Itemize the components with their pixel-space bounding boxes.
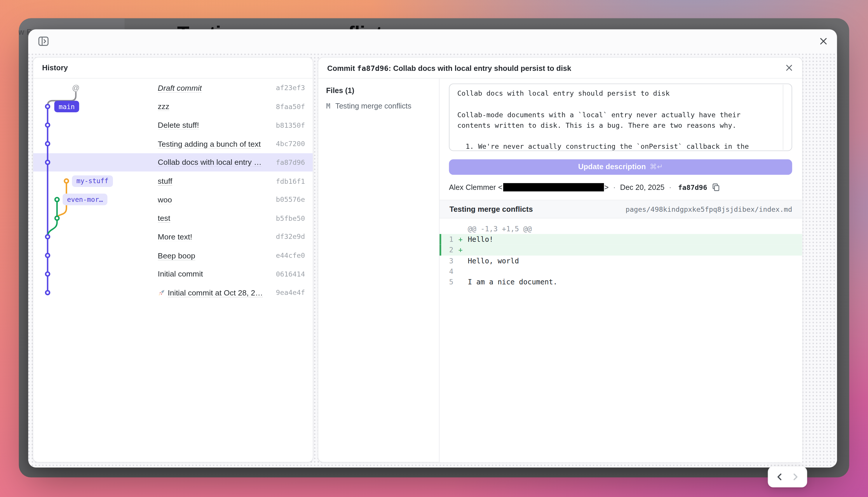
- commit-row[interactable]: Initial commit at Oct 28, 2… 9ea4e4f: [33, 283, 313, 302]
- email-bracket-open: <: [498, 183, 503, 191]
- commit-hash: af23ef3: [276, 84, 305, 92]
- commit-title[interactable]: More text!: [158, 232, 270, 241]
- author-name: Alex Clemmer: [449, 183, 496, 191]
- prev-commit-button[interactable]: [774, 472, 784, 482]
- commit-title[interactable]: test: [158, 214, 270, 223]
- textarea-scrollbar[interactable]: [783, 85, 783, 150]
- commit-title[interactable]: Testing adding a bunch of text: [158, 139, 270, 148]
- description-column: Collab docs with local entry should pers…: [439, 79, 802, 462]
- commit-hash: fa87d96: [678, 183, 707, 191]
- branch-badge-even-more[interactable]: even-mor…: [62, 194, 108, 205]
- sidebar-toggle-icon[interactable]: [38, 35, 49, 46]
- description-textarea[interactable]: Collab docs with local entry should pers…: [449, 83, 792, 151]
- diff-line-added: 2+: [439, 245, 802, 255]
- commit-title[interactable]: Collab docs with local entry …: [158, 158, 270, 167]
- commit-title[interactable]: Beep boop: [158, 251, 270, 259]
- meta-separator: ·: [613, 183, 616, 191]
- commit-title[interactable]: stuff: [158, 176, 270, 185]
- commit-detail-panel: Commit fa87d96: Collab docs with local e…: [318, 57, 803, 462]
- commit-hash: 8faa50f: [276, 102, 305, 111]
- history-panel-title: History: [33, 57, 313, 79]
- commit-hash: 0616414: [276, 270, 305, 278]
- update-description-button[interactable]: Update description ⌘↵: [449, 159, 792, 174]
- commit-hash: 4bc7200: [276, 139, 305, 147]
- description-text: Collab docs with local entry should pers…: [449, 84, 792, 151]
- rocket-emoji: [158, 289, 166, 297]
- next-commit-button[interactable]: [790, 472, 800, 482]
- meta-separator: ·: [669, 183, 672, 191]
- diff-file-title: Testing merge conflicts: [449, 205, 533, 213]
- modal-close-icon[interactable]: [818, 36, 828, 46]
- commit-hash: b05576e: [276, 195, 305, 203]
- diff-line-context: 3Hello, world: [439, 255, 802, 266]
- file-name: Testing merge conflicts: [335, 102, 411, 110]
- update-description-label: Update description: [578, 163, 646, 171]
- diff-file-path: pages/498kindgpxke5fpq8jsjdibex/index.md: [626, 205, 792, 213]
- commit-hash: b5fbe50: [276, 214, 305, 222]
- detail-close-icon[interactable]: [785, 63, 793, 72]
- commit-detail-title: Commit fa87d96: Collab docs with local e…: [327, 63, 571, 72]
- copy-icon[interactable]: [711, 183, 720, 191]
- keyboard-shortcut: ⌘↵: [650, 163, 663, 171]
- history-panel: History @: [33, 57, 313, 462]
- commit-hash: fa87d96: [276, 158, 305, 166]
- screen: Testing merge conflicts w P History: [0, 0, 868, 497]
- commit-meta-row: Alex Clemmer < > · Dec 20, 2025 · fa87d9…: [449, 182, 792, 193]
- commit-hash: 9ea4e4f: [276, 288, 305, 297]
- diff-hunk-line: @@ -1,3 +1,5 @@: [439, 224, 802, 234]
- commit-list: @: [33, 79, 313, 462]
- diff-line-context: 4: [439, 266, 802, 276]
- commit-detail-header: Commit fa87d96: Collab docs with local e…: [319, 57, 802, 79]
- background-sidebar-top: [19, 18, 124, 31]
- pagination-pill: [768, 466, 807, 487]
- commit-title[interactable]: zzz: [158, 102, 270, 111]
- history-modal: History @: [28, 29, 837, 468]
- commit-title[interactable]: Initial commit: [158, 270, 270, 278]
- branch-badge-my-stuff[interactable]: my-stuff: [72, 175, 113, 187]
- commit-row[interactable]: Draft commit af23ef3: [33, 79, 313, 97]
- modal-topbar: [28, 29, 837, 54]
- commit-title[interactable]: Delete stuff!: [158, 121, 270, 129]
- commit-hash: fdb16f1: [276, 177, 305, 185]
- commit-detail-hash: fa87d96: [357, 63, 389, 72]
- email-bracket-close: >: [604, 183, 609, 191]
- file-item[interactable]: M Testing merge conflicts: [326, 102, 431, 110]
- commit-detail-body: Files (1) M Testing merge conflicts Coll…: [319, 79, 802, 462]
- commit-title[interactable]: woo: [158, 195, 270, 204]
- commit-row[interactable]: Delete stuff! b81350f: [33, 116, 313, 134]
- commit-title[interactable]: Draft commit: [158, 83, 270, 92]
- commit-row[interactable]: Beep boop e44cfe0: [33, 246, 313, 265]
- redacted-email: [503, 183, 604, 191]
- commit-row-selected[interactable]: Collab docs with local entry … fa87d96: [33, 153, 313, 172]
- diff-section: Testing merge conflicts pages/498kindgpx…: [439, 200, 802, 462]
- commit-hash: b81350f: [276, 121, 305, 129]
- files-column: Files (1) M Testing merge conflicts: [319, 79, 439, 462]
- diff-line-added: 1+Hello!: [439, 234, 802, 245]
- diff-line-context: 5I am a nice document.: [439, 276, 802, 287]
- commit-row[interactable]: Initial commit 0616414: [33, 265, 313, 283]
- file-status-badge: M: [326, 102, 331, 110]
- commit-row[interactable]: test b5fbe50: [33, 209, 313, 227]
- commit-hash: e44cfe0: [276, 251, 305, 259]
- commit-row[interactable]: Testing adding a bunch of text 4bc7200: [33, 134, 313, 153]
- diff-file-header: Testing merge conflicts pages/498kindgpx…: [439, 200, 802, 219]
- commit-hash: df32e9d: [276, 232, 305, 241]
- commit-title-with-rocket[interactable]: Initial commit at Oct 28, 2…: [158, 288, 270, 297]
- files-label: Files (1): [326, 86, 431, 95]
- commit-row[interactable]: More text! df32e9d: [33, 227, 313, 246]
- commit-date: Dec 20, 2025: [620, 183, 664, 191]
- diff-body: @@ -1,3 +1,5 @@ 1+Hello! 2+ 3Hello, worl…: [439, 218, 802, 462]
- branch-badge-main[interactable]: main: [54, 101, 79, 112]
- modal-body: History @: [28, 54, 837, 468]
